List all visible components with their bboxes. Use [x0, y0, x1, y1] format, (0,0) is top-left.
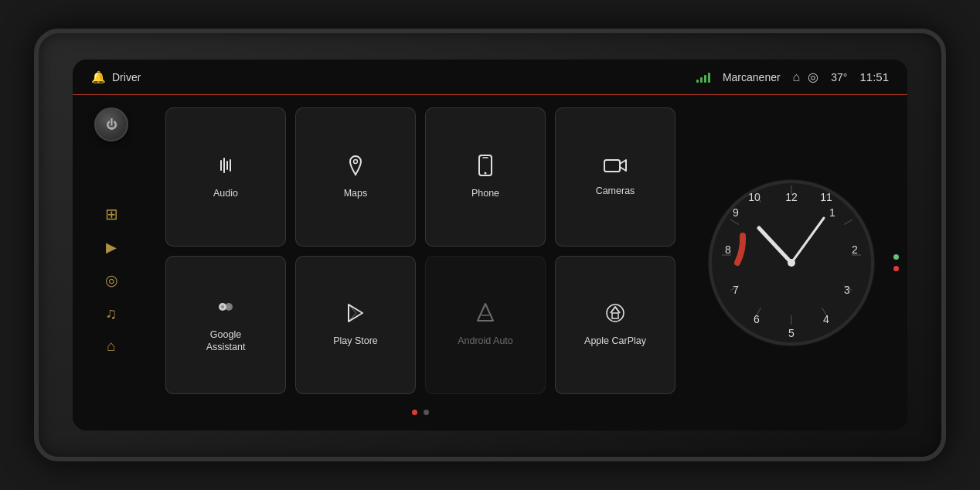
svg-text:6: 6	[754, 313, 760, 325]
main-content: ⏻ ⊞ ▶ ◎ ♫ ⌂	[73, 95, 907, 430]
right-dot-2	[893, 266, 899, 271]
sidebar: ⏻ ⊞ ▶ ◎ ♫ ⌂	[73, 95, 150, 430]
maps-icon	[345, 155, 366, 179]
app-tile-android-auto[interactable]: Android Auto	[425, 256, 546, 395]
page-dot-2[interactable]	[424, 410, 429, 415]
app-tile-audio[interactable]: Audio	[165, 107, 286, 247]
page-dots	[165, 403, 675, 418]
app-tile-google-assistant[interactable]: GoogleAssistant	[165, 256, 286, 395]
apps-area: Audio Maps	[150, 95, 691, 430]
google-assistant-label: GoogleAssistant	[206, 328, 246, 354]
screen: 🔔 Driver Marcanener ⌂ ◎ 37° 11:51	[73, 60, 907, 430]
app-tile-cameras[interactable]: Cameras	[555, 107, 675, 247]
app-tile-play-store[interactable]: Play Store	[295, 256, 416, 395]
svg-rect-4	[604, 160, 620, 172]
location-icon[interactable]: ◎	[808, 70, 818, 84]
google-assistant-icon	[215, 296, 236, 321]
sidebar-icons-group: ⊞ ▶ ◎ ♫ ⌂	[105, 141, 118, 418]
app-tile-phone[interactable]: Phone	[425, 107, 546, 247]
home-icon[interactable]: ⌂	[793, 70, 801, 84]
signal-bars	[696, 72, 710, 83]
analog-clock: 12 1 2 3 4 5 6 7 8 9 10 11	[706, 178, 876, 348]
svg-point-38	[788, 259, 795, 267]
android-auto-icon	[475, 302, 495, 327]
signal-bar-1	[696, 80, 699, 83]
top-bar-left: 🔔 Driver	[91, 70, 141, 84]
car-bezel: 🔔 Driver Marcanener ⌂ ◎ 37° 11:51	[34, 29, 946, 461]
right-dots	[892, 95, 907, 430]
svg-text:12: 12	[785, 191, 798, 203]
time-label: 11:51	[859, 70, 889, 83]
svg-text:3: 3	[844, 284, 850, 296]
top-bar-icons: ⌂ ◎	[793, 70, 819, 84]
page-dot-1[interactable]	[412, 410, 417, 415]
app-tile-maps[interactable]: Maps	[295, 107, 416, 247]
signal-bar-4	[708, 73, 710, 83]
play-store-label: Play Store	[333, 335, 378, 347]
cameras-icon	[604, 157, 627, 177]
svg-point-7	[221, 305, 224, 308]
power-knob[interactable]: ⏻	[94, 107, 128, 141]
app-tile-apple-carplay[interactable]: Apple CarPlay	[555, 256, 675, 395]
top-bar: 🔔 Driver Marcanener ⌂ ◎ 37° 11:51	[73, 60, 907, 95]
svg-text:1: 1	[829, 206, 835, 219]
android-auto-label: Android Auto	[458, 335, 513, 347]
sidebar-location-icon[interactable]: ◎	[105, 271, 118, 289]
bell-icon: 🔔	[91, 70, 106, 84]
svg-text:9: 9	[733, 206, 739, 219]
apps-row-1: Audio Maps	[165, 107, 675, 247]
driver-label: Driver	[112, 71, 141, 83]
svg-text:8: 8	[725, 243, 731, 256]
sidebar-home-icon[interactable]: ⌂	[107, 338, 115, 355]
apps-row-2: GoogleAssistant Play Store	[165, 256, 675, 395]
sidebar-grid-icon[interactable]: ⊞	[105, 205, 118, 223]
audio-label: Audio	[213, 187, 238, 199]
top-bar-right: Marcanener ⌂ ◎ 37° 11:51	[696, 70, 889, 84]
svg-point-8	[227, 305, 230, 308]
temperature-label: 37°	[831, 71, 847, 83]
svg-text:10: 10	[748, 191, 761, 203]
right-dot-1	[893, 254, 899, 260]
signal-bar-3	[704, 75, 706, 83]
sidebar-music-icon[interactable]: ♫	[106, 305, 117, 322]
sidebar-play-icon[interactable]: ▶	[106, 239, 117, 256]
svg-text:11: 11	[820, 191, 832, 203]
clock-area: 12 1 2 3 4 5 6 7 8 9 10 11	[691, 95, 892, 430]
apple-carplay-label: Apple CarPlay	[584, 335, 646, 347]
network-label: Marcanener	[723, 71, 781, 83]
svg-point-2	[485, 172, 487, 174]
apple-carplay-icon	[604, 302, 626, 327]
signal-bar-2	[700, 77, 703, 83]
play-store-icon	[345, 302, 366, 327]
svg-point-0	[354, 159, 358, 163]
svg-text:5: 5	[788, 327, 795, 339]
cameras-label: Cameras	[596, 185, 635, 197]
audio-icon	[215, 155, 236, 179]
phone-icon	[477, 155, 494, 179]
svg-text:2: 2	[852, 243, 858, 256]
maps-label: Maps	[344, 187, 368, 199]
phone-label: Phone	[471, 187, 499, 199]
svg-text:4: 4	[823, 313, 829, 325]
svg-text:7: 7	[733, 284, 739, 296]
